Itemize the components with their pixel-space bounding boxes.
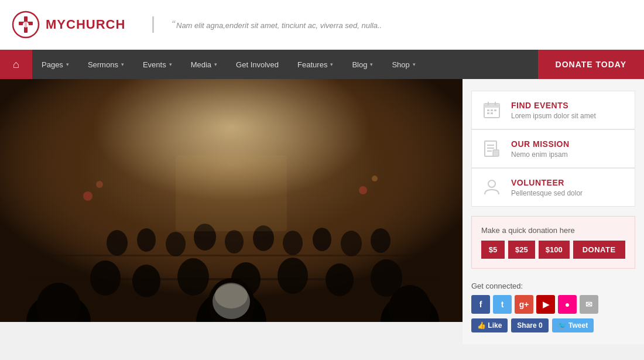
social-icons: ftg+▶●✉: [471, 295, 635, 314]
hero-cta-arrow: ›: [115, 277, 118, 286]
site-header: MYCHURCH Nam elit agna,enderit sit amet,…: [0, 0, 644, 50]
nav-item-sermons[interactable]: Sermons▾: [78, 50, 133, 79]
our-mission-icon: [481, 138, 502, 159]
find-events-title: FIND EVENTS: [511, 101, 596, 110]
nav-item-features[interactable]: Features▾: [288, 50, 342, 79]
svg-point-33: [381, 294, 439, 322]
nav-item-media[interactable]: Media▾: [181, 50, 227, 79]
nav-arrow: ▾: [169, 61, 172, 67]
svg-rect-45: [491, 109, 493, 111]
donation-amount-5[interactable]: $5: [481, 241, 505, 259]
svg-rect-48: [491, 112, 493, 114]
volunteer-subtitle: Pellentesque sed dolor: [511, 189, 583, 197]
main-nav: ⌂ Pages▾Sermons▾Events▾Media▾Get Involve…: [0, 50, 644, 79]
nav-home-button[interactable]: ⌂: [0, 50, 32, 79]
social-icon-flickr[interactable]: ●: [558, 295, 577, 314]
nav-arrow: ▾: [214, 61, 217, 67]
social-label: Get connected:: [471, 282, 635, 290]
svg-point-25: [326, 263, 354, 296]
social-action-tweet[interactable]: 🐦 Tweet: [552, 318, 594, 332]
donation-donate-button[interactable]: DONATE: [573, 241, 625, 259]
social-icon-youtube[interactable]: ▶: [536, 295, 555, 314]
nav-arrow: ▾: [370, 61, 373, 67]
hero-cta-label: FIND OUT MORE: [42, 277, 111, 286]
donation-buttons: $5 $25 $100 DONATE: [481, 241, 625, 259]
social-icon-email[interactable]: ✉: [580, 295, 598, 314]
social-icon-twitter[interactable]: t: [493, 295, 512, 314]
find-events-subtitle: Lorem ipsum dolor sit amet: [511, 112, 596, 120]
svg-point-24: [278, 258, 308, 294]
social-icon-facebook[interactable]: f: [471, 295, 490, 314]
logo-icon: [12, 11, 40, 39]
main-content: Let The One Among You Who Is Without Sin…: [0, 79, 644, 344]
nav-arrow: ▾: [121, 61, 124, 67]
site-title: MYCHURCH: [46, 17, 125, 32]
nav-item-events[interactable]: Events▾: [133, 50, 181, 79]
donation-label: Make a quick donation here: [481, 226, 625, 235]
volunteer-icon: [481, 177, 502, 198]
nav-item-pages[interactable]: Pages▾: [32, 50, 78, 79]
sidebar-card-find-events[interactable]: FIND EVENTS Lorem ipsum dolor sit amet: [471, 91, 635, 129]
sidebar-card-our-mission[interactable]: OUR MISSION Nemo enim ipsam: [471, 129, 635, 168]
our-mission-title: OUR MISSION: [511, 139, 570, 149]
hero-quote-text: Let The One Among You Who Is Without Sin…: [29, 176, 369, 252]
svg-point-31: [26, 293, 91, 322]
social-action-like[interactable]: 👍 Like: [471, 318, 508, 332]
site-tagline: Nam elit agna,enderit sit amet, tinciunt…: [152, 16, 382, 33]
sidebar: FIND EVENTS Lorem ipsum dolor sit amet O…: [463, 79, 644, 344]
svg-rect-53: [493, 150, 499, 156]
svg-rect-9: [29, 255, 439, 256]
hero-cta-button[interactable]: FIND OUT MORE ›: [29, 270, 131, 293]
find-events-icon: [481, 100, 502, 121]
svg-point-38: [372, 176, 378, 181]
svg-point-27: [196, 290, 266, 322]
svg-rect-4: [25, 16, 27, 33]
svg-rect-41: [484, 104, 499, 108]
svg-rect-47: [487, 112, 489, 114]
nav-arrow: ▾: [66, 61, 69, 67]
nav-item-shop[interactable]: Shop▾: [382, 50, 424, 79]
social-actions: 👍 LikeShare 0🐦 Tweet: [471, 318, 635, 332]
social-section: Get connected: ftg+▶●✉ 👍 LikeShare 0🐦 Tw…: [471, 276, 635, 332]
svg-point-34: [389, 285, 431, 322]
nav-donate-button[interactable]: DONATE TODAY: [538, 50, 644, 79]
nav-arrow: ▾: [413, 61, 416, 67]
svg-point-30: [215, 283, 248, 308]
social-action-share[interactable]: Share 0: [511, 318, 548, 332]
svg-rect-46: [494, 109, 496, 111]
nav-item-blog[interactable]: Blog▾: [342, 50, 382, 79]
svg-point-54: [488, 180, 495, 187]
donation-box: Make a quick donation here $5 $25 $100 D…: [471, 216, 635, 269]
our-mission-subtitle: Nemo enim ipsam: [511, 150, 570, 159]
sidebar-card-volunteer[interactable]: VOLUNTEER Pellentesque sed dolor: [471, 168, 635, 207]
social-icon-google[interactable]: g+: [515, 295, 533, 314]
volunteer-text: VOLUNTEER Pellentesque sed dolor: [511, 178, 583, 197]
svg-point-21: [132, 265, 160, 297]
our-mission-text: OUR MISSION Nemo enim ipsam: [511, 139, 570, 159]
svg-point-22: [177, 258, 209, 296]
svg-rect-44: [487, 109, 489, 111]
svg-point-26: [371, 259, 402, 297]
nav-item-get-involved[interactable]: Get Involved: [227, 50, 288, 79]
svg-point-29: [213, 284, 250, 319]
donation-amount-100[interactable]: $100: [539, 241, 570, 259]
svg-point-28: [208, 278, 255, 322]
donation-amount-25[interactable]: $25: [508, 241, 535, 259]
hero-section: Let The One Among You Who Is Without Sin…: [0, 79, 463, 322]
find-events-text: FIND EVENTS Lorem ipsum dolor sit amet: [511, 101, 596, 120]
volunteer-title: VOLUNTEER: [511, 178, 583, 187]
svg-point-19: [371, 228, 390, 253]
hero-background: Let The One Among You Who Is Without Sin…: [0, 79, 463, 322]
svg-point-23: [231, 262, 261, 296]
logo-area[interactable]: MYCHURCH: [12, 11, 141, 39]
nav-arrow: ▾: [330, 61, 333, 67]
